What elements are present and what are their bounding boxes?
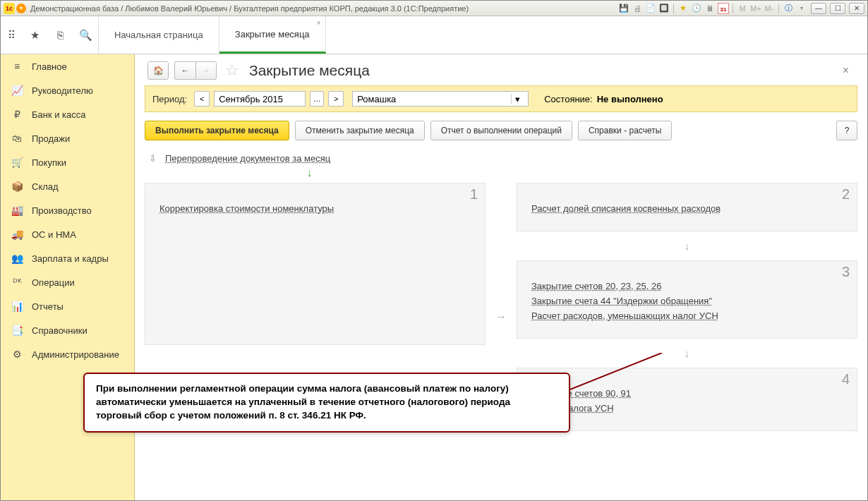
m-plus-button[interactable]: M+ <box>750 3 761 14</box>
op-link[interactable]: Закрытие счетов 20, 23, 25, 26 <box>531 281 843 291</box>
period-value[interactable]: Сентябрь 2015 <box>214 91 306 107</box>
body: ≡Главное 📈Руководителю ₽Банк и касса 🛍Пр… <box>1 54 867 500</box>
bag-icon: 🛍 <box>11 133 23 144</box>
button-row: Выполнить закрытие месяца Отменить закры… <box>145 121 857 140</box>
arrow-down-icon: ↓ <box>307 167 857 179</box>
tab-start-page[interactable]: Начальная страница <box>99 16 219 54</box>
titlebar-toolbar: 💾 🖨 📄 🔲 ★ 🕓 🖩 31 M M+ M- ⓘ ▾ — ☐ ✕ <box>618 3 864 14</box>
block-2: 2 Расчет долей списания косвенных расход… <box>517 183 857 231</box>
window-title: Демонстрационная база / Любимов Валерий … <box>30 4 618 13</box>
maximize-button[interactable]: ☐ <box>830 3 845 14</box>
sidebar-item-bank[interactable]: ₽Банк и касса <box>1 102 134 126</box>
sidebar-item-manager[interactable]: 📈Руководителю <box>1 78 134 102</box>
status-label: Состояние: <box>544 94 592 104</box>
block-number: 3 <box>842 264 850 280</box>
arrow-right-icon: → <box>494 291 508 323</box>
org-value: Ромашка <box>357 94 396 104</box>
print-icon[interactable]: 🖨 <box>632 3 643 14</box>
doc-icon[interactable]: 📄 <box>645 3 656 14</box>
op-link[interactable]: Расчет долей списания косвенных расходов <box>531 203 843 214</box>
favorite-icon[interactable]: ★ <box>22 16 47 54</box>
sidebar-item-sales[interactable]: 🛍Продажи <box>1 126 134 150</box>
period-next-button[interactable]: > <box>328 91 344 107</box>
tab-close-icon[interactable]: × <box>317 19 321 27</box>
star-icon[interactable]: ★ <box>677 3 689 14</box>
org-selector[interactable]: Ромашка ▾ <box>352 91 529 107</box>
sidebar-item-directories[interactable]: 📑Справочники <box>1 318 134 342</box>
tab-month-close[interactable]: Закрытие месяца × <box>219 16 326 54</box>
sidebar-item-label: Справочники <box>32 325 88 336</box>
titlebar: 1c ▾ Демонстрационная база / Любимов Вал… <box>1 1 867 16</box>
sidebar-item-reports[interactable]: 📊Отчеты <box>1 294 134 318</box>
repost-row: ⇩ Перепроведение документов за месяц <box>149 153 857 164</box>
apps-icon[interactable]: ⠿ <box>1 16 22 54</box>
truck-icon: 🚚 <box>11 229 23 240</box>
sidebar-item-admin[interactable]: ⚙Администрирование <box>1 342 134 366</box>
list-icon: ≡ <box>11 61 23 72</box>
m-button[interactable]: M <box>737 3 748 14</box>
execute-button[interactable]: Выполнить закрытие месяца <box>145 121 289 140</box>
sidebar-item-assets[interactable]: 🚚ОС и НМА <box>1 222 134 246</box>
gear-icon: ⚙ <box>11 349 23 360</box>
m-minus-button[interactable]: M- <box>764 3 775 14</box>
block-3: 3 Закрытие счетов 20, 23, 25, 26 Закрыти… <box>517 260 857 339</box>
op-link[interactable]: Закрытие счетов 90, 91 <box>531 388 843 399</box>
sidebar-item-warehouse[interactable]: 📦Склад <box>1 174 134 198</box>
sidebar-item-label: Операции <box>32 277 75 288</box>
pin-icon[interactable]: ⎘ <box>47 16 73 54</box>
sidebar-item-label: Покупки <box>32 157 66 168</box>
references-button[interactable]: Справки - расчеты <box>578 121 672 140</box>
search-icon[interactable]: 🔍 <box>73 16 98 54</box>
favorite-star-icon[interactable]: ☆ <box>225 61 239 80</box>
sidebar-item-label: Производство <box>32 205 92 216</box>
op-link[interactable]: Закрытие счета 44 "Издержки обращения" <box>531 296 843 306</box>
help-button[interactable]: ? <box>836 121 857 140</box>
app-window: 1c ▾ Демонстрационная база / Любимов Вал… <box>0 0 868 501</box>
period-label: Период: <box>152 94 187 104</box>
sidebar-item-main[interactable]: ≡Главное <box>1 54 134 78</box>
history-icon[interactable]: 🕓 <box>691 3 702 14</box>
sidebar-item-label: Продажи <box>32 133 70 144</box>
cancel-button[interactable]: Отменить закрытие месяца <box>295 121 425 140</box>
info-dd-icon[interactable]: ▾ <box>796 3 807 14</box>
bars-icon: 📊 <box>11 301 23 312</box>
sidebar-item-label: Администрирование <box>32 349 119 360</box>
minimize-button[interactable]: — <box>811 3 826 14</box>
cart-icon: 🛒 <box>11 157 23 168</box>
callout-text: При выполнении регламентной операции сум… <box>96 383 510 421</box>
sidebar-item-salary[interactable]: 👥Зарплата и кадры <box>1 246 134 270</box>
callout-box: При выполнении регламентной операции сум… <box>83 373 570 433</box>
calc-icon[interactable]: 🖩 <box>704 3 716 14</box>
compare-icon[interactable]: 🔲 <box>658 3 670 14</box>
down-arrow-icon: ⇩ <box>149 153 157 164</box>
op-link[interactable]: Корректировка стоимости номенклатуры <box>159 203 471 214</box>
repost-link[interactable]: Перепроведение документов за месяц <box>165 153 330 164</box>
calendar-icon[interactable]: 31 <box>718 3 729 14</box>
op-link[interactable]: Расчет расходов, уменьшающих налог УСН <box>531 310 843 321</box>
back-button[interactable]: ← <box>174 61 195 80</box>
tab-label: Начальная страница <box>114 30 203 40</box>
sidebar-item-label: Главное <box>32 61 67 72</box>
close-page-button[interactable]: × <box>837 61 855 80</box>
close-window-button[interactable]: ✕ <box>849 3 864 14</box>
home-button[interactable]: 🏠 <box>147 61 169 80</box>
save-icon[interactable]: 💾 <box>618 3 629 14</box>
dropdown-icon[interactable]: ▾ <box>16 4 26 13</box>
main-header: 🏠 ← → ☆ Закрытие месяца × <box>135 54 867 85</box>
info-icon[interactable]: ⓘ <box>783 3 794 14</box>
sidebar-item-operations[interactable]: ᴰᴷОперации <box>1 270 134 294</box>
sidebar-item-label: Склад <box>32 181 59 192</box>
sidebar-item-purchases[interactable]: 🛒Покупки <box>1 150 134 174</box>
period-prev-button[interactable]: < <box>194 91 210 107</box>
report-button[interactable]: Отчет о выполнении операций <box>430 121 572 140</box>
sidebar-item-label: Отчеты <box>32 301 64 312</box>
op-link[interactable]: Расчет налога УСН <box>531 403 843 414</box>
forward-button[interactable]: → <box>195 61 217 80</box>
main: 🏠 ← → ☆ Закрытие месяца × Период: < Сент… <box>135 54 867 500</box>
box-icon: 📦 <box>11 181 23 192</box>
period-picker-button[interactable]: … <box>310 91 324 107</box>
block-number: 1 <box>470 186 478 203</box>
status-value: Не выполнено <box>597 94 663 104</box>
sidebar-item-production[interactable]: 🏭Производство <box>1 198 134 222</box>
chart-icon: 📈 <box>11 85 23 96</box>
